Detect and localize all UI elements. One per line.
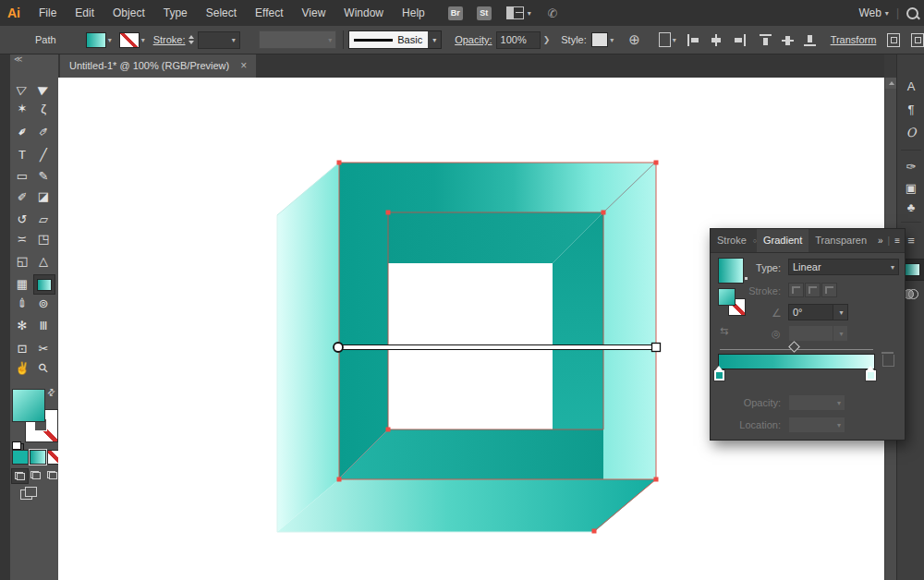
outer-bottom-face[interactable] bbox=[277, 479, 656, 532]
anchor-point[interactable] bbox=[592, 529, 597, 534]
anchor-point[interactable] bbox=[602, 211, 606, 215]
opacity-label[interactable]: Opacity: bbox=[455, 34, 492, 45]
lasso-tool[interactable]: ζ bbox=[33, 99, 54, 117]
panel-fill-proxy[interactable] bbox=[718, 288, 736, 306]
chevron-down-icon[interactable]: ▾ bbox=[428, 31, 441, 48]
scale-tool[interactable]: ▱ bbox=[33, 210, 54, 228]
paintbrush-tool[interactable]: ✎ bbox=[33, 166, 54, 185]
slice-tool[interactable]: ✂ bbox=[33, 339, 54, 357]
chevron-down-icon[interactable]: ▾ bbox=[108, 36, 112, 44]
tab-gradient[interactable]: Gradient bbox=[757, 229, 808, 252]
menu-file[interactable]: File bbox=[30, 6, 66, 19]
collapse-panel-icon[interactable]: ≪ bbox=[14, 54, 22, 64]
column-graph-tool[interactable]: Ⅲ bbox=[33, 316, 54, 334]
menu-select[interactable]: Select bbox=[197, 6, 246, 19]
anchor-point[interactable] bbox=[337, 161, 342, 165]
screen-mode-button[interactable] bbox=[20, 487, 37, 499]
panel-collapse-icon[interactable]: » bbox=[878, 236, 883, 246]
stroke-weight-stepper[interactable] bbox=[188, 35, 194, 44]
tab-stroke[interactable]: Stroke bbox=[711, 229, 753, 252]
character-panel-icon[interactable]: A bbox=[899, 76, 923, 96]
menu-edit[interactable]: Edit bbox=[66, 6, 103, 19]
gradient-annotator-end[interactable] bbox=[652, 344, 661, 352]
fill-proxy-swatch[interactable] bbox=[12, 389, 45, 422]
menu-object[interactable]: Object bbox=[103, 6, 154, 19]
gradient-thumbnail-caret[interactable] bbox=[745, 277, 748, 280]
width-tool[interactable]: ≍ bbox=[12, 229, 32, 248]
eyedropper-tool[interactable]: ✐ bbox=[12, 294, 32, 312]
bridge-button[interactable]: Br bbox=[448, 6, 463, 20]
curvature-tool[interactable]: ✑ bbox=[33, 122, 54, 140]
opacity-arrow-icon[interactable]: ❯ bbox=[543, 35, 551, 44]
gradient-button[interactable] bbox=[30, 450, 46, 465]
align-left-icon[interactable] bbox=[687, 34, 701, 46]
gradient-stop-right[interactable] bbox=[865, 369, 877, 381]
stroke-color-swatch[interactable] bbox=[119, 32, 140, 48]
stroke-label[interactable]: Stroke: bbox=[153, 34, 186, 45]
stroke-weight-dropdown[interactable]: ▾ bbox=[198, 31, 240, 49]
gradient-tool[interactable] bbox=[33, 274, 55, 295]
outer-left-face[interactable] bbox=[277, 163, 339, 532]
chevron-down-icon[interactable]: ▾ bbox=[673, 36, 676, 44]
glyphs-panel-icon[interactable]: O bbox=[899, 122, 923, 142]
draw-behind-button[interactable] bbox=[28, 468, 43, 482]
workspace-switcher[interactable]: Web bbox=[858, 6, 881, 19]
chevron-down-icon[interactable]: ▾ bbox=[885, 9, 889, 18]
eraser-tool[interactable]: ◪ bbox=[33, 187, 54, 205]
shaper-tool[interactable]: ✏ bbox=[12, 187, 32, 205]
document-tab[interactable]: Untitled-1* @ 100% (RGB/Preview) × bbox=[60, 54, 256, 78]
gradient-angle-input[interactable]: 0° bbox=[788, 304, 834, 320]
draw-normal-button[interactable] bbox=[11, 468, 29, 484]
paragraph-panel-icon[interactable]: ¶ bbox=[899, 99, 923, 119]
arrange-documents-icon[interactable] bbox=[506, 6, 524, 19]
symbols-panel-icon[interactable]: ♣ bbox=[899, 197, 923, 217]
anchor-point[interactable] bbox=[654, 477, 659, 482]
type-tool[interactable]: T bbox=[12, 145, 32, 163]
bounding-box-icon[interactable] bbox=[887, 33, 900, 47]
opacity-input[interactable]: 100% bbox=[496, 31, 541, 49]
direct-selection-tool[interactable]: ▷ bbox=[12, 79, 32, 97]
gradient-slider-bar[interactable] bbox=[718, 354, 875, 369]
gradient-midpoint-handle[interactable] bbox=[788, 341, 800, 353]
menu-effect[interactable]: Effect bbox=[246, 6, 292, 19]
rectangle-tool[interactable]: ▭ bbox=[12, 166, 32, 185]
symbol-sprayer-tool[interactable]: ✻ bbox=[12, 316, 32, 334]
fill-color-swatch[interactable] bbox=[86, 32, 106, 48]
color-button[interactable] bbox=[12, 450, 29, 465]
chevron-down-icon[interactable]: ▾ bbox=[141, 36, 145, 44]
zoom-tool[interactable]: ⚲ bbox=[33, 358, 54, 377]
gradient-stop-left[interactable] bbox=[713, 369, 725, 381]
close-icon[interactable]: × bbox=[240, 59, 247, 72]
chevron-down-icon[interactable]: ▾ bbox=[528, 9, 531, 18]
blend-tool[interactable]: ⊚ bbox=[33, 294, 54, 312]
gradient-annotator-origin[interactable] bbox=[334, 343, 343, 352]
search-icon[interactable] bbox=[906, 7, 918, 19]
chevron-down-icon[interactable]: ▾ bbox=[610, 36, 614, 44]
stock-button[interactable]: St bbox=[477, 6, 492, 20]
align-bottom-icon[interactable] bbox=[804, 34, 818, 46]
graphic-styles-panel-icon[interactable]: ▣ bbox=[899, 177, 923, 198]
style-swatch[interactable] bbox=[591, 32, 608, 47]
isolate-selection-icon[interactable] bbox=[911, 33, 924, 47]
gradient-type-dropdown[interactable]: Linear ▾ bbox=[788, 259, 899, 275]
menu-help[interactable]: Help bbox=[393, 6, 434, 19]
pen-tool[interactable]: ✒ bbox=[12, 122, 32, 140]
align-top-icon[interactable] bbox=[760, 34, 773, 46]
perspective-grid-tool[interactable]: △ bbox=[33, 251, 54, 270]
menu-type[interactable]: Type bbox=[154, 6, 197, 19]
artboard-tool[interactable]: ⊡ bbox=[12, 339, 32, 357]
anchor-point[interactable] bbox=[337, 477, 342, 482]
swap-fill-stroke-icon[interactable]: ⇄ bbox=[44, 386, 57, 399]
document-setup-globe-icon[interactable]: ⊕ bbox=[628, 31, 640, 48]
align-middle-icon[interactable] bbox=[782, 34, 796, 46]
gradient-annotator-bar[interactable] bbox=[338, 345, 656, 350]
mesh-tool[interactable]: ▦ bbox=[12, 274, 32, 293]
appearance-panel-icon[interactable]: ✑ bbox=[899, 156, 923, 176]
line-segment-tool[interactable]: ╱ bbox=[33, 145, 54, 163]
angle-dropdown-button[interactable]: ▾ bbox=[833, 304, 848, 320]
menu-view[interactable]: View bbox=[293, 6, 335, 19]
align-right-icon[interactable] bbox=[732, 34, 746, 46]
magic-wand-tool[interactable]: ✶ bbox=[12, 99, 32, 117]
stroke-style-dropdown[interactable]: Basic ▾ bbox=[348, 30, 442, 49]
transform-label[interactable]: Transform bbox=[831, 34, 877, 45]
